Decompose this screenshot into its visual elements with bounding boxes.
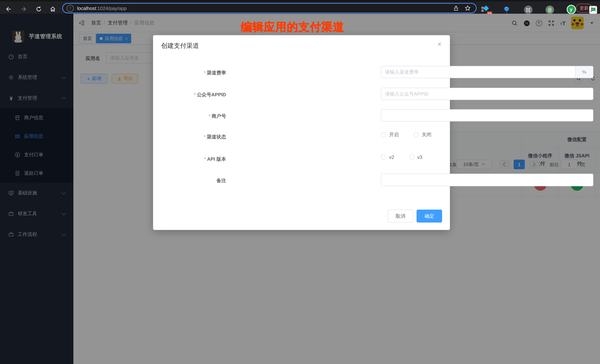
share-button[interactable] xyxy=(451,4,460,13)
merchant-input[interactable] xyxy=(381,109,593,121)
radio-open-label[interactable]: 开启 xyxy=(389,131,399,138)
browser-home-button[interactable] xyxy=(48,4,57,13)
annotation-text: 编辑应用的支付渠道 xyxy=(241,20,344,35)
dot xyxy=(595,8,596,9)
arrow-right-icon xyxy=(20,6,27,12)
radio-v2[interactable] xyxy=(381,155,386,160)
field-label-appid: *公众号APPID xyxy=(163,91,226,98)
address-bar[interactable]: ? localhost :1024/pay/app xyxy=(62,3,477,13)
extension-recorder[interactable] xyxy=(545,5,554,15)
rate-input-group: % xyxy=(381,66,593,78)
field-label-rate: *渠道费率 xyxy=(163,70,226,76)
browser-forward-button[interactable] xyxy=(19,4,28,13)
browser-chrome: ? localhost :1024/pay/app 10 xyxy=(0,0,600,14)
extension-tabs-outliner[interactable]: 10 xyxy=(481,5,491,15)
ext-square-icon xyxy=(481,9,484,12)
bookmark-star-button[interactable] xyxy=(463,4,472,13)
screen: ? localhost :1024/pay/app 10 xyxy=(0,0,600,364)
field-label-remark: 备注 xyxy=(163,177,226,184)
field-label-status: *渠道状态 xyxy=(163,134,226,140)
y-circle-icon: y xyxy=(567,6,575,13)
url-host: localhost xyxy=(77,5,96,11)
extension-y[interactable]: y xyxy=(566,5,576,14)
radio-v3[interactable] xyxy=(409,155,414,160)
update-label: 更新 xyxy=(580,5,589,11)
radio-open[interactable] xyxy=(381,132,386,137)
dot xyxy=(595,10,596,11)
remark-input[interactable] xyxy=(381,174,593,186)
percent-suffix: % xyxy=(575,66,593,78)
home-icon xyxy=(49,6,56,12)
api-version-radio-group: v2 v3 xyxy=(381,153,422,161)
rate-input[interactable] xyxy=(381,66,575,78)
radio-v3-label[interactable]: v3 xyxy=(417,154,422,160)
browser-back-button[interactable] xyxy=(4,4,13,13)
dialog-title: 创建支付渠道 xyxy=(161,41,199,50)
balloon-icon xyxy=(503,6,510,14)
site-info-icon[interactable]: ? xyxy=(67,5,74,12)
field-label-api-version: *API 版本 xyxy=(163,156,226,163)
browser-reload-button[interactable] xyxy=(34,4,43,13)
appid-input[interactable] xyxy=(381,88,593,100)
radio-closed[interactable] xyxy=(413,132,419,137)
field-label-merchant: *商户号 xyxy=(163,113,226,120)
record-dot-icon xyxy=(548,7,552,12)
browser-update-button[interactable]: 更新 xyxy=(576,4,592,13)
radio-closed-label[interactable]: 关闭 xyxy=(422,131,431,138)
browser-menu-button[interactable] xyxy=(595,6,596,11)
dialog-close-button[interactable]: × xyxy=(438,41,441,48)
ext-diamond-icon xyxy=(483,5,489,11)
share-icon xyxy=(453,5,459,11)
extension-balloon[interactable] xyxy=(502,5,511,15)
confirm-button[interactable]: 确定 xyxy=(417,209,442,223)
cancel-button[interactable]: 取消 xyxy=(388,209,413,223)
reload-icon xyxy=(35,6,42,12)
status-radio-group: 开启 关闭 xyxy=(381,131,431,138)
y-circle-outer: y xyxy=(566,5,576,14)
extension-shortcuts[interactable] xyxy=(523,5,533,15)
command-circle-icon xyxy=(524,6,532,14)
url-path: :1024/pay/app xyxy=(96,5,127,11)
star-icon xyxy=(465,5,471,11)
radio-v2-label[interactable]: v2 xyxy=(389,154,394,160)
dot xyxy=(595,6,596,7)
record-circle-icon xyxy=(545,6,554,14)
arrow-left-icon xyxy=(5,6,11,12)
create-channel-dialog: 创建支付渠道 × *渠道费率 % *公众号APPID *商户号 *渠道状态 开启 xyxy=(153,35,450,230)
